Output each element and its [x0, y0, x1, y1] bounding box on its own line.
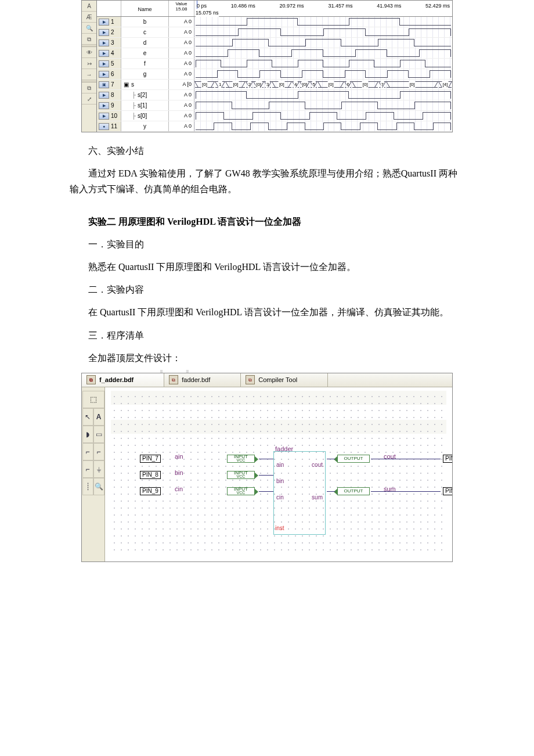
signal-waveform[interactable] [194, 48, 452, 58]
tool-a[interactable]: A [82, 1, 96, 12]
copy-icon[interactable]: ⧉ [82, 34, 96, 45]
text-tool[interactable]: A [93, 408, 104, 426]
signal-row[interactable]: ▶5fA 0 [97, 59, 452, 69]
signal-row[interactable]: ▶10├s[0]A 0 [97, 111, 452, 121]
signal-waveform[interactable] [194, 27, 452, 37]
signal-in-icon: ▶ [99, 50, 109, 57]
section6-p1: 通过对 EDA 实验箱使用，了解了 GW48 教学实验系统原理与使用介绍；熟悉Q… [70, 165, 464, 197]
signal-row[interactable]: ●11yA 0 [97, 121, 452, 132]
signal-index: 8 [111, 90, 114, 100]
pin-assignment[interactable]: PIN_29 [443, 455, 452, 463]
editor-tab[interactable]: ⧉fadder.bdf [164, 373, 241, 387]
wire[interactable] [371, 459, 441, 459]
signal-index: 10 [111, 111, 117, 121]
signal-name: e [121, 48, 169, 58]
signal-value: A 0 [169, 100, 194, 110]
editor-tab[interactable]: ⧉Compiler Tool [241, 373, 328, 387]
time-ruler[interactable]: 15.075 ns 0 ps10.486 ms20.972 ms31.457 m… [194, 1, 452, 16]
input-pin[interactable]: INPUTVCC [227, 471, 255, 479]
input-pin[interactable]: INPUTVCC [227, 487, 255, 495]
bus-segment-value: 1 [218, 81, 222, 89]
pin-assignment[interactable]: PIN_9 [140, 487, 161, 495]
signal-name: d [121, 38, 169, 48]
fadder-block[interactable]: fadder inst ain bin cin cout sum [273, 451, 326, 535]
time-tick: 31.457 ms [328, 2, 352, 10]
line-tool[interactable]: ⌐ [82, 443, 93, 460]
signal-index: 4 [111, 48, 114, 58]
pin-assignment[interactable]: PIN_7 [140, 455, 161, 463]
signal-row[interactable]: ▶2cA 0 [97, 27, 452, 38]
zoom-in-icon[interactable]: 🔍 [82, 23, 96, 34]
line-tool-2[interactable]: ⌐ [93, 443, 104, 460]
output-pin[interactable]: OUTPUT [337, 487, 370, 495]
dashed-icon[interactable]: ┊ [82, 478, 93, 495]
editor-tab[interactable]: ⧉f_adder.bdf [82, 373, 164, 387]
signal-out-icon: ● [99, 123, 109, 130]
tab-label: fadder.bdf [182, 375, 210, 386]
wire[interactable] [371, 491, 441, 492]
signal-waveform[interactable] [194, 59, 452, 69]
pin-tool[interactable]: ◗ [82, 426, 93, 443]
pin-assignment[interactable]: PIN_8 [140, 471, 161, 479]
signal-waveform[interactable] [194, 100, 452, 110]
output-net-label: sum [384, 484, 396, 495]
signal-row[interactable]: ▶8├s[2]A 0 [97, 90, 452, 100]
rect-tool[interactable]: ▭ [93, 426, 104, 443]
input-pin[interactable]: INPUTVCC [227, 455, 255, 463]
wire[interactable] [259, 459, 273, 459]
magnify-icon[interactable]: 🔍 [93, 478, 104, 495]
schematic-toolbar: ⬚ ↖ A ◗ ▭ ⌐ ⌐ ⌐ ⏚ ┊ 🔍 [82, 387, 105, 561]
pin-assignment[interactable]: PIN_28 [443, 487, 452, 495]
signal-row[interactable]: ▶9├s[1]A 0 [97, 100, 452, 111]
tool-ae[interactable]: Æ [82, 12, 96, 23]
find-icon[interactable]: 👁 [82, 47, 96, 58]
output-pin[interactable]: OUTPUT [337, 455, 370, 463]
signal-row[interactable]: ▶4eA 0 [97, 48, 452, 59]
signal-in-icon: ▶ [99, 19, 109, 26]
signal-row[interactable]: ▶3dA 0 [97, 38, 452, 48]
add-symbol-tool[interactable]: ⬚ [82, 391, 104, 408]
signal-value: A 0 [169, 59, 194, 69]
bus-tool[interactable]: ⌐ [82, 460, 93, 478]
signal-row[interactable]: ▶6gA 0 [97, 69, 452, 80]
bus-icon[interactable]: ⧉ [82, 82, 96, 93]
time-tick: 10.486 ms [231, 2, 255, 10]
signal-waveform[interactable]: [0]1[0]2[0]3[0]4[0]5[0]6[0]7[0][4] [194, 80, 452, 89]
signal-value: A 0 [169, 17, 194, 27]
exp2-s2: 二．实验内容 [70, 282, 464, 297]
cursor-right-icon[interactable]: ↣ [82, 58, 96, 69]
signal-waveform[interactable] [194, 121, 452, 131]
col-value-header: Value 15.08 [169, 1, 194, 16]
select-tool[interactable]: ↖ [82, 408, 93, 426]
expand-icon[interactable]: ⤢ [82, 93, 96, 105]
signal-waveform[interactable] [194, 90, 452, 100]
bus-segment-value: [0] [279, 81, 285, 89]
signal-value: A [0 [169, 80, 194, 89]
arrow-right-icon[interactable]: → [82, 69, 96, 80]
signal-value: A 0 [169, 111, 194, 121]
bus-segment-value: [0] [255, 81, 262, 89]
signal-waveform[interactable] [194, 69, 452, 79]
signal-waveform[interactable] [194, 111, 452, 121]
exp2-s1: 一．实验目的 [70, 236, 464, 252]
wire[interactable] [259, 475, 273, 476]
signal-value: A 0 [169, 121, 194, 131]
signal-row[interactable]: ▶1bA 0 [97, 17, 452, 27]
signal-value: A 0 [169, 69, 194, 79]
wire[interactable] [327, 459, 335, 459]
time-tick: 52.429 ms [425, 2, 450, 10]
wire[interactable] [327, 491, 335, 492]
tab-label: Compiler Tool [258, 375, 297, 386]
signal-value: A 0 [169, 48, 194, 58]
schematic-canvas[interactable]: fadder inst ain bin cin cout sum ainINPU… [105, 387, 452, 561]
signal-row[interactable]: ▣7▣sA [0[0]1[0]2[0]3[0]4[0]5[0]6[0]7[0][… [97, 80, 452, 90]
input-net-label: bin [175, 467, 183, 478]
probe-tool[interactable]: ⏚ [93, 460, 104, 478]
signal-waveform[interactable] [194, 17, 452, 27]
signal-index: 9 [111, 100, 114, 110]
wire[interactable] [259, 491, 273, 492]
signal-name: ▣s [121, 80, 169, 89]
signal-index: 6 [111, 69, 114, 79]
signal-waveform[interactable] [194, 38, 452, 48]
signal-in-icon: ▶ [99, 71, 109, 78]
